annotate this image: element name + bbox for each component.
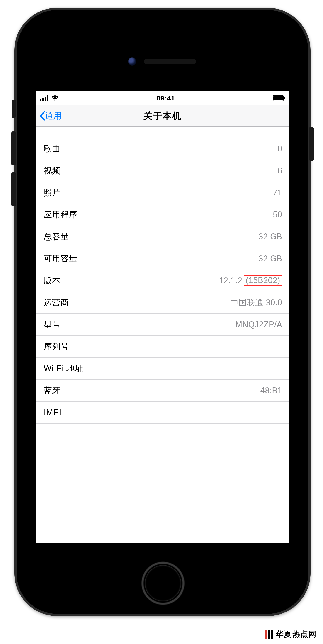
row-label: 可用容量 [44,253,77,264]
build-number: (15B202) [244,276,282,286]
table-row[interactable]: 蓝牙48:B1 [36,380,290,402]
table-row[interactable]: 运营商中国联通 30.0 [36,292,290,314]
row-label: 视频 [44,165,60,176]
earpiece-speaker [144,59,196,64]
row-value: 6 [278,166,282,176]
svg-rect-2 [45,97,46,101]
row-value: 71 [273,188,282,198]
table-row[interactable]: Wi-Fi 地址 [36,358,290,380]
row-label: IMEI [44,408,62,417]
page-title: 关于本机 [36,105,290,126]
status-bar: 09:41 [36,91,290,105]
row-label: 总容量 [44,231,69,242]
svg-rect-6 [284,97,285,99]
table-row[interactable]: 应用程序50 [36,204,290,226]
table-row[interactable]: 照片71 [36,182,290,204]
row-label: 照片 [44,187,60,198]
about-table: 歌曲0视频6照片71应用程序50总容量32 GB可用容量32 GB版本12.1.… [36,138,290,424]
front-camera [128,57,136,66]
table-row[interactable]: IMEI [36,402,290,424]
table-row[interactable]: 视频6 [36,160,290,182]
row-label: 序列号 [44,341,69,352]
wifi-icon [51,96,59,101]
table-row[interactable]: 型号MNQJ2ZP/A [36,314,290,336]
svg-rect-1 [42,98,44,101]
mute-switch [12,100,16,118]
volume-up-button [11,132,16,166]
table-row[interactable]: 序列号 [36,336,290,358]
table-row[interactable]: 可用容量32 GB [36,248,290,270]
cellular-signal-icon [40,96,49,101]
status-time: 09:41 [156,94,175,102]
row-label: 型号 [44,319,60,330]
row-label: 运营商 [44,297,69,308]
watermark-text: 华夏热点网 [276,629,317,640]
row-value: 12.1.2(15B202) [219,276,282,286]
row-label: 歌曲 [44,143,60,154]
svg-rect-5 [273,96,283,100]
row-value: 32 GB [258,232,282,242]
navigation-bar: 通用 关于本机 [36,105,290,127]
table-row[interactable]: 总容量32 GB [36,226,290,248]
watermark-logo-icon [264,630,274,639]
row-label: 应用程序 [44,209,77,220]
power-button [309,127,314,161]
row-value: 48:B1 [260,386,282,395]
watermark: 华夏热点网 [264,629,317,640]
svg-rect-0 [40,99,42,101]
row-value: 50 [273,210,282,220]
row-label: 蓝牙 [44,385,60,396]
row-value: 32 GB [258,254,282,264]
device-screen: 09:41 通用 关于本机 歌曲0视频6照片71应用程序50总容量32 GB可用… [36,91,290,543]
row-value: 中国联通 30.0 [230,297,282,308]
row-label: 版本 [44,275,60,286]
volume-down-button [11,172,16,206]
row-label: Wi-Fi 地址 [44,363,83,374]
battery-icon [273,96,285,101]
home-button-inner [145,565,181,602]
home-button[interactable] [140,560,186,606]
svg-rect-3 [47,96,48,101]
table-row[interactable]: 版本12.1.2(15B202) [36,270,290,292]
row-value: 0 [278,144,282,154]
row-value: MNQJ2ZP/A [235,320,282,329]
table-row[interactable]: 歌曲0 [36,138,290,160]
